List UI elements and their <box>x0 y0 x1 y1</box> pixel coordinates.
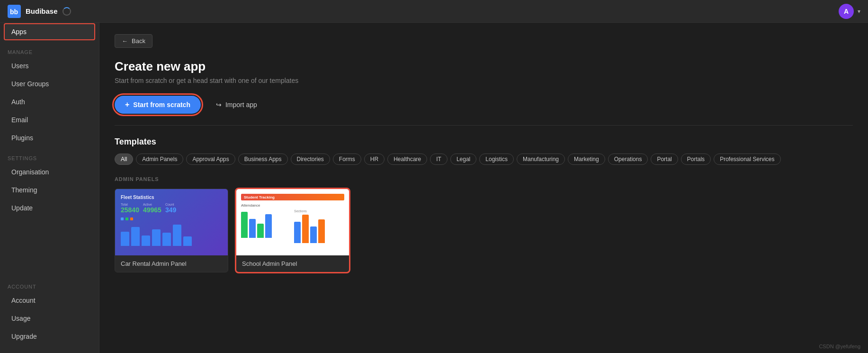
chevron-down-icon[interactable]: ▾ <box>858 8 860 15</box>
sidebar-item-usage[interactable]: Usage <box>4 310 95 327</box>
filter-approval-apps[interactable]: Approval Apps <box>186 154 235 165</box>
sidebar-manage-label: MANAGE <box>0 44 99 57</box>
card-label-car-rental: Car Rental Admin Panel <box>115 255 228 272</box>
back-arrow-icon: ← <box>122 37 128 45</box>
import-icon: ↪ <box>216 101 222 109</box>
plugins-label: Plugins <box>11 134 33 142</box>
import-label: Import app <box>225 101 257 109</box>
sidebar-item-upgrade[interactable]: Upgrade <box>4 328 95 345</box>
card-preview-school: Student Tracking Attendance <box>236 189 349 255</box>
organisation-label: Organisation <box>11 168 49 176</box>
sidebar-item-update[interactable]: Update <box>4 199 95 217</box>
sidebar-account-label: ACCOUNT <box>0 278 99 291</box>
sidebar-item-account[interactable]: Account <box>4 292 95 309</box>
start-from-scratch-button[interactable]: + Start from scratch <box>115 96 201 114</box>
sidebar-settings-label: SETTINGS <box>0 150 99 163</box>
template-cards: Fleet Statistics Total 25840 Active 4996… <box>115 189 853 272</box>
filter-operations[interactable]: Operations <box>608 154 648 165</box>
filter-hr[interactable]: HR <box>364 154 385 165</box>
sidebar-item-users[interactable]: Users <box>4 57 95 74</box>
plus-icon: + <box>125 100 129 109</box>
filter-manufacturing[interactable]: Manufacturing <box>517 154 565 165</box>
admin-panels-label: ADMIN PANELS <box>115 176 853 182</box>
sidebar-item-email[interactable]: Email <box>4 111 95 128</box>
card-preview-car-rental: Fleet Statistics Total 25840 Active 4996… <box>115 189 228 255</box>
filter-portal[interactable]: Portal <box>651 154 678 165</box>
budibase-logo: bb <box>8 5 21 18</box>
divider <box>115 125 853 126</box>
sidebar-item-plugins[interactable]: Plugins <box>4 129 95 146</box>
sidebar-item-apps[interactable]: Apps <box>4 23 95 40</box>
top-bar-left: bb Budibase <box>8 5 71 18</box>
loading-spinner <box>63 7 71 16</box>
theming-label: Theming <box>11 186 37 194</box>
filter-logistics[interactable]: Logistics <box>479 154 514 165</box>
svg-text:bb: bb <box>10 8 18 16</box>
filter-healthcare[interactable]: Healthcare <box>387 154 427 165</box>
sidebar-item-auth[interactable]: Auth <box>4 93 95 110</box>
page-title: Create new app <box>115 59 853 74</box>
filter-professional-services[interactable]: Professional Services <box>714 154 780 165</box>
back-button[interactable]: ← Back <box>115 34 152 48</box>
actions-row: + Start from scratch ↪ Import app <box>115 96 853 114</box>
upgrade-label: Upgrade <box>11 333 37 340</box>
import-app-button[interactable]: ↪ Import app <box>208 96 265 113</box>
update-label: Update <box>11 204 33 212</box>
templates-title: Templates <box>115 137 853 147</box>
email-label: Email <box>11 116 28 124</box>
user-avatar[interactable]: A <box>839 4 854 19</box>
sidebar-item-theming[interactable]: Theming <box>4 181 95 199</box>
filter-all[interactable]: All <box>115 154 133 165</box>
filter-forms[interactable]: Forms <box>333 154 361 165</box>
sidebar-item-user-groups[interactable]: User Groups <box>4 75 95 92</box>
app-name: Budibase <box>26 7 58 15</box>
users-label: Users <box>11 62 29 70</box>
sidebar-item-organisation[interactable]: Organisation <box>4 163 95 181</box>
user-groups-label: User Groups <box>11 80 49 88</box>
usage-label: Usage <box>11 315 30 322</box>
account-label: Account <box>11 297 36 304</box>
filter-admin-panels[interactable]: Admin Panels <box>136 154 183 165</box>
watermark: CSDN @yefufeng <box>819 344 860 349</box>
top-bar-right: A ▾ <box>839 4 860 19</box>
filter-directories[interactable]: Directories <box>291 154 330 165</box>
template-card-car-rental[interactable]: Fleet Statistics Total 25840 Active 4996… <box>115 189 228 272</box>
auth-label: Auth <box>11 98 25 106</box>
card-label-school: School Admin Panel <box>236 255 349 272</box>
filter-business-apps[interactable]: Business Apps <box>238 154 288 165</box>
filter-it[interactable]: IT <box>430 154 447 165</box>
filter-portals[interactable]: Portals <box>681 154 711 165</box>
filter-tags: All Admin Panels Approval Apps Business … <box>115 154 853 165</box>
apps-label: Apps <box>11 28 27 36</box>
filter-marketing[interactable]: Marketing <box>568 154 605 165</box>
top-bar: bb Budibase A ▾ <box>0 0 868 23</box>
sidebar: Apps MANAGE Users User Groups Auth Email… <box>0 0 99 353</box>
page-subtitle: Start from scratch or get a head start w… <box>115 77 853 84</box>
template-card-school[interactable]: Student Tracking Attendance <box>236 189 349 272</box>
start-label: Start from scratch <box>133 101 190 109</box>
main-content: ← Back Create new app Start from scratch… <box>99 0 868 353</box>
filter-legal[interactable]: Legal <box>450 154 476 165</box>
back-label: Back <box>132 37 145 45</box>
